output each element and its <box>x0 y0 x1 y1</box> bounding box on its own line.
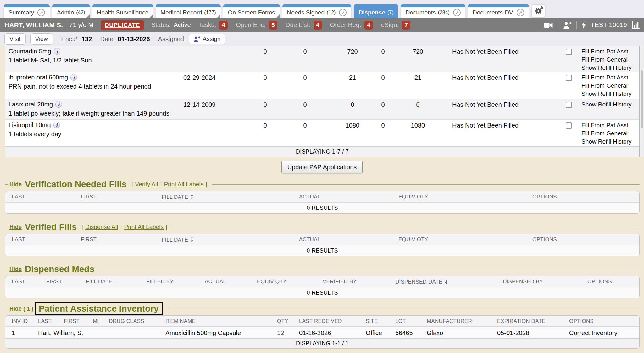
status-value: Active <box>174 21 191 29</box>
med-checkbox[interactable] <box>566 75 572 81</box>
external-link-icon[interactable]: ↗ <box>453 9 461 16</box>
show-refill-history-link[interactable]: Show Refill History <box>581 100 631 109</box>
print-all-labels-link[interactable]: Print All Labels <box>124 224 164 231</box>
tab-documents[interactable]: Documents(284)↗ <box>401 4 465 18</box>
settings-button[interactable] <box>531 4 545 18</box>
column-header-dispensed-by[interactable]: DISPENSED BY <box>503 279 543 285</box>
tab-count-badge: (42) <box>76 10 85 15</box>
column-header-last[interactable]: LAST <box>38 318 52 324</box>
tab-dispense[interactable]: Dispense(7) <box>354 4 398 18</box>
print-all-labels-link[interactable]: Print All Labels <box>164 181 203 188</box>
enc-number-label: Enc #: <box>61 35 79 43</box>
tab-documents-dv[interactable]: Documents-DV↗ <box>468 4 529 18</box>
info-icon[interactable]: i <box>54 48 60 55</box>
fill-from-pat-asst-link[interactable]: Fill From Pat Asst <box>581 121 631 129</box>
counter-badge[interactable]: 4 <box>219 21 228 30</box>
column-header-fill-date[interactable]: FILL DATE <box>86 279 112 285</box>
column-header-expiration-date[interactable]: EXPIRATION DATE <box>497 318 546 324</box>
counter-badge[interactable]: 4 <box>314 21 322 30</box>
med-checkbox[interactable] <box>566 122 572 129</box>
screen: Summary↗Admin(42)Health SurveillanceMedi… <box>0 0 644 353</box>
duplicate-badge[interactable]: DUPLICATE <box>101 20 144 30</box>
column-header-mi[interactable]: MI <box>93 318 99 324</box>
show-refill-history-link[interactable]: Show Refill History <box>581 64 631 72</box>
med-options: Fill From Pat AsstFill From GeneralShow … <box>581 121 631 146</box>
external-link-icon[interactable]: ↗ <box>37 9 45 16</box>
column-header-equiv-qty[interactable]: EQUIV QTY <box>398 236 428 243</box>
column-header-last[interactable]: LAST <box>12 236 25 243</box>
divider <box>5 309 8 309</box>
column-header-fill-date[interactable]: FILL DATE↧ <box>162 194 194 200</box>
column-header-first[interactable]: FIRST <box>81 194 97 200</box>
add-user-icon[interactable] <box>563 21 572 29</box>
tab-label: Health Surveillance <box>97 9 149 16</box>
info-icon[interactable]: i <box>53 122 60 128</box>
enc-date-label: Date: <box>100 35 115 43</box>
tab-admin[interactable]: Admin(42) <box>52 4 90 18</box>
column-header-last[interactable]: LAST <box>12 194 25 200</box>
tab-on-screen-forms[interactable]: On Screen Forms <box>223 4 280 18</box>
column-header-first[interactable]: FIRST <box>46 279 62 285</box>
med-sig: 1 tablet po weekly; take if weight great… <box>8 110 169 117</box>
external-link-icon[interactable]: ↗ <box>339 9 347 16</box>
tab-summary[interactable]: Summary↗ <box>4 4 50 18</box>
lightning-icon[interactable] <box>581 21 586 29</box>
show-refill-history-link[interactable]: Show Refill History <box>581 90 631 98</box>
external-link-icon[interactable]: ↗ <box>517 9 524 16</box>
info-icon[interactable]: i <box>55 101 62 108</box>
section-header: Hide Verification Needed Fills | Verify … <box>5 178 640 191</box>
counter-due-list: Due List:4 <box>286 21 322 30</box>
hide-link[interactable]: Hide <box>9 224 22 231</box>
info-icon[interactable]: i <box>70 74 77 81</box>
assign-button[interactable]: Assign <box>189 34 225 44</box>
column-header-qty[interactable]: QTY <box>277 318 288 324</box>
column-header-manufacturer[interactable]: MANUFACTURER <box>427 318 472 324</box>
dispense-all-link[interactable]: Dispense All <box>85 224 118 231</box>
column-header-lot[interactable]: LOT <box>395 318 406 324</box>
column-header-equiv-qty[interactable]: EQUIV QTY <box>257 279 286 285</box>
column-header-first[interactable]: FIRST <box>81 236 97 243</box>
counter-badge[interactable]: 5 <box>269 21 277 30</box>
column-header-dispensed-date[interactable]: DISPENSED DATE↧ <box>395 279 448 285</box>
column-header-verified-by[interactable]: VERIFIED BY <box>323 279 357 285</box>
divider <box>5 269 8 269</box>
correct-inventory-link[interactable]: Correct Inventory <box>569 329 617 337</box>
column-header-first[interactable]: FIRST <box>64 318 80 324</box>
tab-needs-signed[interactable]: Needs Signed(12)↗ <box>282 4 352 18</box>
verify-all-link[interactable]: Verify All <box>135 181 158 188</box>
column-header-last-received: LAST RECEIVED <box>299 318 342 324</box>
fill-from-pat-asst-link[interactable]: Fill From Pat Asst <box>581 73 631 82</box>
column-header-last[interactable]: LAST <box>12 279 25 285</box>
column-header-filled-by[interactable]: FILLED BY <box>146 279 174 285</box>
counter-badge[interactable]: 4 <box>364 21 373 30</box>
fill-from-general-link[interactable]: Fill From General <box>581 129 631 138</box>
fill-from-pat-asst-link[interactable]: Fill From Pat Asst <box>581 47 631 56</box>
hide-link[interactable]: Hide <box>9 266 22 273</box>
med-row-lasix-oral-20mg: Lasix oral 20mgi1 tablet po weekly; take… <box>5 99 639 119</box>
visit-button[interactable]: Visit <box>4 33 26 45</box>
hide-link[interactable]: Hide <box>9 181 22 188</box>
counter-badge[interactable]: 7 <box>402 21 410 30</box>
fill-from-general-link[interactable]: Fill From General <box>581 56 631 64</box>
video-call-icon[interactable] <box>544 22 553 29</box>
counter-label: Open Enc: <box>236 21 266 29</box>
update-pap-button[interactable]: Update PAP Applications <box>281 161 363 173</box>
show-refill-history-link[interactable]: Show Refill History <box>581 138 631 146</box>
column-header-inv-id[interactable]: INV ID <box>12 318 28 324</box>
column-header-site[interactable]: SITE <box>366 318 378 324</box>
fill-from-general-link[interactable]: Fill From General <box>581 82 631 90</box>
pap-actions: Update PAP Applications <box>0 161 644 173</box>
med-checkbox[interactable] <box>566 49 572 55</box>
med-checkbox[interactable] <box>566 102 572 108</box>
view-button[interactable]: View <box>30 33 53 45</box>
hide-link[interactable]: Hide ( 1 ) <box>9 306 33 312</box>
column-header-fill-date[interactable]: FILL DATE↧ <box>162 236 194 243</box>
column-header-item-name[interactable]: ITEM NAME <box>165 318 196 324</box>
divider <box>5 227 8 227</box>
tab-health-surveillance[interactable]: Health Surveillance <box>92 4 153 18</box>
column-header-equiv-qty[interactable]: EQUIV QTY <box>398 194 428 200</box>
scrollbar-thumb[interactable] <box>641 70 643 128</box>
vertical-scrollbar[interactable] <box>640 46 644 157</box>
tab-medical-record[interactable]: Medical Record(177) <box>156 4 220 18</box>
chart-icon[interactable] <box>632 21 640 29</box>
